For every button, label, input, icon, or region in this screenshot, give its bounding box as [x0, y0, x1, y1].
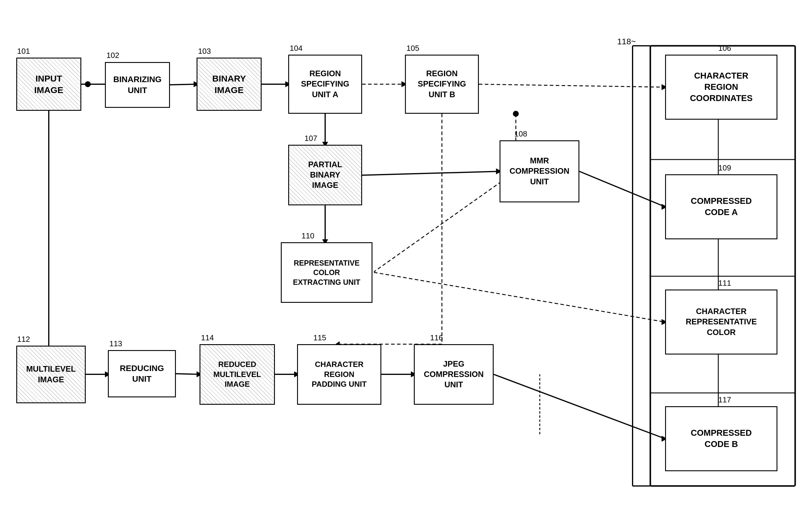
label-109: 109: [718, 163, 731, 173]
svg-line-20: [374, 272, 665, 322]
node-binary-image: BINARY IMAGE: [197, 58, 262, 111]
node-region-specifying-b: REGION SPECIFYING UNIT B: [405, 55, 479, 114]
label-103: 103: [198, 47, 211, 56]
label-110: 110: [301, 231, 314, 241]
svg-line-9: [479, 84, 665, 87]
label-117: 117: [718, 395, 731, 404]
label-104: 104: [290, 44, 302, 53]
node-partial-binary-image: PARTIAL BINARY IMAGE: [288, 145, 362, 205]
label-112: 112: [17, 335, 30, 344]
svg-point-0: [85, 81, 91, 87]
node-character-region-coordinates: CHARACTER REGION COORDINATES: [665, 55, 777, 120]
node-multilevel-image: MULTILEVEL IMAGE: [16, 346, 86, 403]
diagram-container: INPUT IMAGE 101 BINARIZING UNIT 102 BINA…: [0, 0, 812, 517]
node-region-specifying-a: REGION SPECIFYING UNIT A: [288, 55, 362, 114]
node-mmr-compression: MMR COMPRESSION UNIT: [499, 140, 579, 202]
svg-line-16: [579, 171, 665, 207]
node-reducing-unit: REDUCING UNIT: [108, 350, 176, 397]
node-input-image: INPUT IMAGE: [16, 58, 81, 111]
node-representative-color-extracting: REPRESENTATIVE COLOR EXTRACTING UNIT: [281, 242, 373, 303]
node-jpeg-compression: JPEG COMPRESSION UNIT: [414, 344, 494, 405]
label-114: 114: [201, 333, 214, 342]
svg-point-11: [513, 111, 519, 117]
node-character-region-padding: CHARACTER REGION PADDING UNIT: [297, 344, 381, 405]
label-115: 115: [313, 333, 326, 342]
label-116: 116: [430, 333, 443, 342]
node-character-representative-color: CHARACTER REPRESENTATIVE COLOR: [665, 290, 777, 355]
node-binarizing-unit: BINARIZING UNIT: [105, 62, 170, 108]
node-reduced-multilevel-image: REDUCED MULTILEVEL IMAGE: [200, 344, 275, 405]
node-compressed-code-a: COMPRESSED CODE A: [665, 174, 777, 239]
svg-line-3: [170, 84, 197, 85]
node-compressed-code-b: COMPRESSED CODE B: [665, 406, 777, 471]
label-106: 106: [718, 44, 731, 53]
label-111: 111: [718, 279, 731, 288]
label-107: 107: [304, 134, 317, 143]
label-105: 105: [406, 44, 419, 53]
label-101: 101: [17, 47, 30, 56]
label-113: 113: [109, 339, 122, 348]
svg-line-23: [374, 171, 516, 272]
svg-line-27: [176, 374, 200, 374]
svg-line-14: [362, 171, 499, 175]
label-118: 118~: [617, 37, 636, 47]
label-102: 102: [107, 51, 119, 60]
svg-line-33: [494, 374, 665, 439]
label-108: 108: [514, 129, 527, 139]
